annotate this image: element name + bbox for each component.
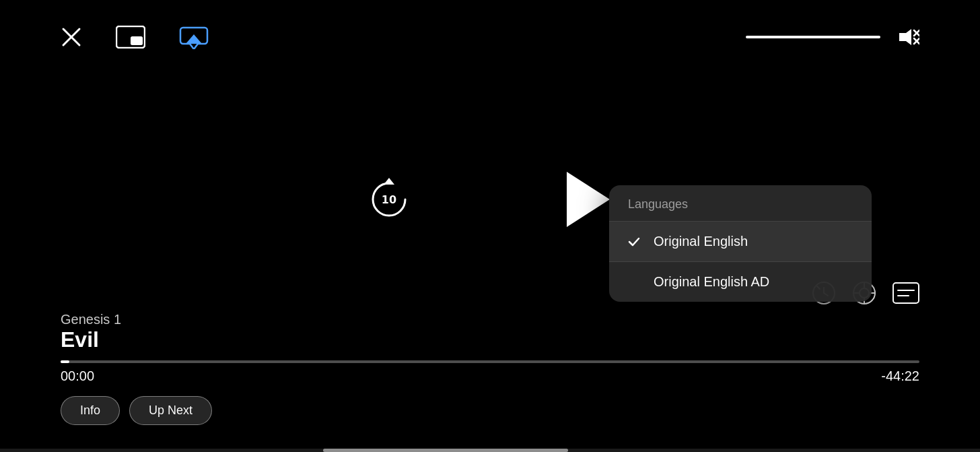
info-button[interactable]: Info: [61, 396, 120, 425]
action-buttons: Info Up Next: [61, 396, 919, 425]
pip-button[interactable]: [116, 26, 145, 49]
language-label-original-english: Original English: [654, 234, 748, 249]
replay-button[interactable]: 10: [365, 175, 413, 224]
svg-marker-12: [567, 172, 610, 227]
bottom-controls: Genesis 1 Evil 00:00 -44:22 Info Up Next: [0, 281, 980, 425]
languages-header: Languages: [609, 185, 872, 222]
progress-fill: [61, 360, 69, 363]
svg-marker-4: [186, 34, 202, 44]
top-bar-right: [746, 0, 919, 74]
time-row: 00:00 -44:22: [61, 368, 919, 384]
language-option-original-english[interactable]: Original English: [609, 222, 872, 262]
episode-label: Genesis 1: [61, 312, 919, 327]
play-button[interactable]: [561, 169, 615, 230]
airplay-button[interactable]: [179, 25, 209, 49]
center-controls: 10: [365, 169, 615, 230]
episode-title: Evil: [61, 327, 919, 352]
close-button[interactable]: [61, 26, 82, 48]
current-time: 00:00: [61, 368, 94, 384]
up-next-button[interactable]: Up Next: [129, 396, 212, 425]
svg-text:10: 10: [382, 193, 396, 206]
scrollbar[interactable]: [0, 449, 980, 452]
check-icon: [628, 237, 643, 247]
progress-bar[interactable]: [61, 360, 919, 363]
scrollbar-thumb: [323, 449, 568, 452]
volume-slider[interactable]: [746, 36, 880, 38]
mute-button[interactable]: [897, 28, 919, 46]
svg-rect-20: [893, 283, 919, 303]
languages-dropdown: Languages Original English Original Engl…: [609, 185, 872, 302]
language-label-original-english-ad: Original English AD: [654, 274, 769, 290]
svg-rect-3: [131, 36, 143, 45]
language-option-original-english-ad[interactable]: Original English AD: [609, 262, 872, 302]
svg-marker-10: [384, 178, 394, 185]
subtitles-button[interactable]: [893, 282, 919, 304]
remaining-time: -44:22: [881, 368, 919, 384]
svg-marker-5: [899, 29, 911, 45]
